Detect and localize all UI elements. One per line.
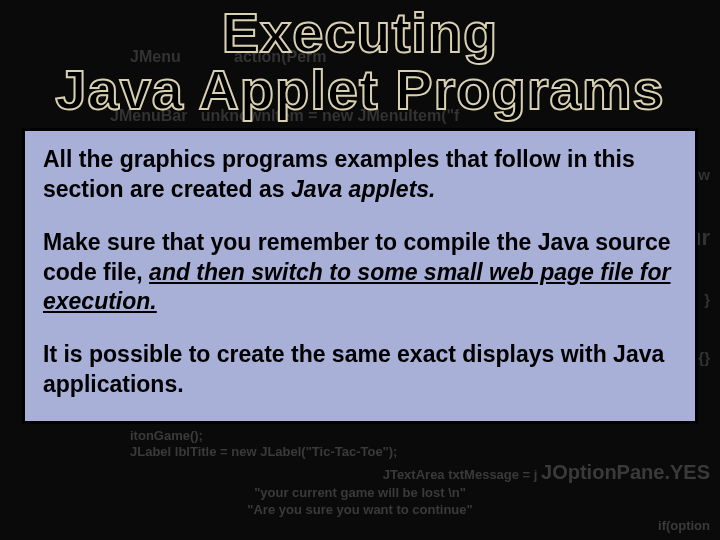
p1-italic: Java applets.: [291, 176, 435, 202]
title-line-1: Executing: [222, 1, 499, 64]
bg-line: itonGame();: [130, 428, 710, 444]
bg-line: "Are you sure you want to continue": [10, 502, 710, 518]
paragraph-3: It is possible to create the same exact …: [43, 340, 677, 399]
slide-title: Executing Java Applet Programs: [0, 0, 720, 128]
title-line-2: Java Applet Programs: [55, 58, 664, 121]
content-panel: All the graphics programs examples that …: [22, 128, 698, 424]
bg-line: JTextArea txtMessage = j JOptionPane.YES: [10, 460, 710, 485]
bg-text: JOptionPane.YES: [541, 461, 710, 483]
bg-line: "your current game will be lost \n": [10, 485, 710, 501]
paragraph-2: Make sure that you remember to compile t…: [43, 228, 677, 316]
bg-text: JTextArea txtMessage = j: [383, 467, 538, 482]
bg-line: if(option: [10, 518, 710, 534]
paragraph-1: All the graphics programs examples that …: [43, 145, 677, 204]
bg-line: JLabel lblTitle = new JLabel("Tic-Tac-To…: [130, 444, 710, 460]
background-code-bottom: itonGame(); JLabel lblTitle = new JLabel…: [0, 426, 720, 540]
